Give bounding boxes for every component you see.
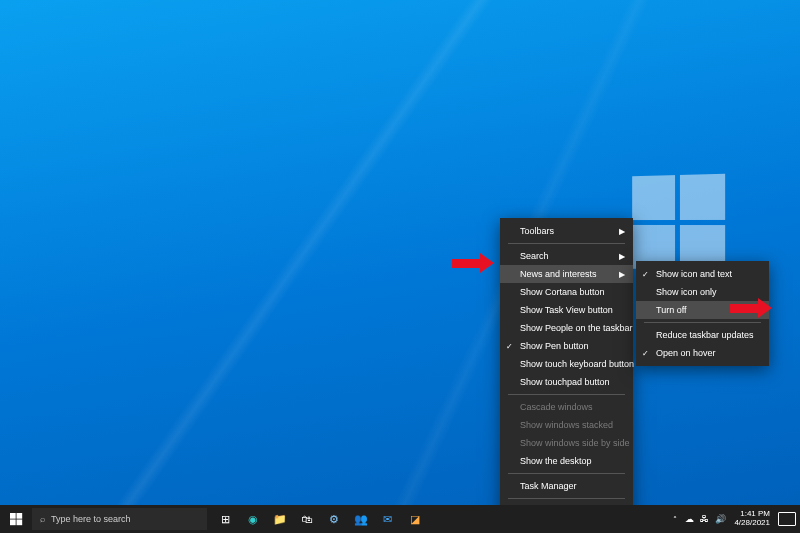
menu-taskview[interactable]: Show Task View button — [500, 301, 633, 319]
menu-label: Reduce taskbar updates — [656, 330, 754, 340]
svg-rect-1 — [16, 513, 22, 519]
submenu-icon-text[interactable]: ✓Show icon and text — [636, 265, 769, 283]
edge-icon: ◉ — [245, 512, 260, 527]
separator — [508, 498, 625, 499]
separator — [508, 243, 625, 244]
separator — [508, 394, 625, 395]
chevron-right-icon: ▶ — [619, 252, 625, 261]
menu-label: Cascade windows — [520, 402, 593, 412]
menu-label: Show icon and text — [656, 269, 732, 279]
annotation-arrow — [730, 298, 772, 318]
system-tray: ˄ ☁ 🖧 🔊 1:41 PM 4/28/2021 — [673, 505, 800, 533]
search-placeholder: Type here to search — [51, 514, 131, 524]
submenu-open-hover[interactable]: ✓Open on hover — [636, 344, 769, 362]
menu-stacked: Show windows stacked — [500, 416, 633, 434]
menu-label: Show Task View button — [520, 305, 613, 315]
pin-teams[interactable]: 👥 — [348, 505, 373, 533]
check-icon: ✓ — [506, 342, 513, 351]
menu-label: Show windows side by side — [520, 438, 630, 448]
menu-label: Open on hover — [656, 348, 716, 358]
task-view-icon: ⊞ — [218, 512, 233, 527]
taskbar-clock[interactable]: 1:41 PM 4/28/2021 — [734, 510, 770, 528]
menu-sidebyside: Show windows side by side — [500, 434, 633, 452]
taskbar: ⌕ Type here to search ⊞ ◉ 📁 🛍 ⚙ 👥 ✉ ◪ ˄ … — [0, 505, 800, 533]
pin-mail[interactable]: ✉ — [375, 505, 400, 533]
menu-news-interests[interactable]: News and interests▶ — [500, 265, 633, 283]
search-icon: ⌕ — [40, 514, 45, 524]
menu-label: Task Manager — [520, 481, 577, 491]
menu-label: Show the desktop — [520, 456, 592, 466]
check-icon: ✓ — [642, 349, 649, 358]
svg-rect-0 — [10, 513, 16, 519]
action-center-icon[interactable] — [778, 512, 796, 526]
menu-label: Toolbars — [520, 226, 554, 236]
menu-task-manager[interactable]: Task Manager — [500, 477, 633, 495]
volume-icon[interactable]: 🔊 — [715, 514, 726, 524]
windows-icon — [10, 513, 23, 526]
menu-label: Turn off — [656, 305, 687, 315]
menu-show-desktop[interactable]: Show the desktop — [500, 452, 633, 470]
pin-settings[interactable]: ⚙ — [321, 505, 346, 533]
taskbar-pins: ⊞ ◉ 📁 🛍 ⚙ 👥 ✉ ◪ — [213, 505, 427, 533]
tray-chevron-icon[interactable]: ˄ — [673, 515, 677, 524]
menu-touchpad[interactable]: Show touchpad button — [500, 373, 633, 391]
store-icon: 🛍 — [299, 512, 314, 527]
menu-people[interactable]: Show People on the taskbar — [500, 319, 633, 337]
mail-icon: ✉ — [380, 512, 395, 527]
clock-date: 4/28/2021 — [734, 519, 770, 528]
pin-task-view[interactable]: ⊞ — [213, 505, 238, 533]
taskbar-context-menu: Toolbars▶ Search▶ News and interests▶ Sh… — [500, 218, 633, 533]
network-icon[interactable]: 🖧 — [700, 514, 709, 524]
menu-label: News and interests — [520, 269, 597, 279]
annotation-arrow — [452, 253, 494, 273]
folder-icon: 📁 — [272, 512, 287, 527]
pin-explorer[interactable]: 📁 — [267, 505, 292, 533]
svg-rect-2 — [10, 519, 16, 525]
submenu-reduce-updates[interactable]: Reduce taskbar updates — [636, 326, 769, 344]
menu-label: Show touchpad button — [520, 377, 610, 387]
separator — [644, 322, 761, 323]
pin-app[interactable]: ◪ — [402, 505, 427, 533]
check-icon: ✓ — [642, 270, 649, 279]
menu-label: Show icon only — [656, 287, 717, 297]
teams-icon: 👥 — [353, 512, 368, 527]
menu-touch-keyboard[interactable]: Show touch keyboard button — [500, 355, 633, 373]
menu-label: Show touch keyboard button — [520, 359, 634, 369]
svg-rect-3 — [16, 519, 22, 525]
menu-label: Show windows stacked — [520, 420, 613, 430]
menu-search[interactable]: Search▶ — [500, 247, 633, 265]
search-box[interactable]: ⌕ Type here to search — [32, 508, 207, 530]
pin-store[interactable]: 🛍 — [294, 505, 319, 533]
menu-label: Search — [520, 251, 549, 261]
menu-toolbars[interactable]: Toolbars▶ — [500, 222, 633, 240]
gear-icon: ⚙ — [326, 512, 341, 527]
onedrive-icon[interactable]: ☁ — [685, 514, 694, 524]
menu-label: Show Cortana button — [520, 287, 605, 297]
menu-cascade: Cascade windows — [500, 398, 633, 416]
chevron-right-icon: ▶ — [619, 270, 625, 279]
separator — [508, 473, 625, 474]
menu-pen[interactable]: ✓Show Pen button — [500, 337, 633, 355]
menu-label: Show People on the taskbar — [520, 323, 633, 333]
app-icon: ◪ — [407, 512, 422, 527]
menu-cortana[interactable]: Show Cortana button — [500, 283, 633, 301]
pin-edge[interactable]: ◉ — [240, 505, 265, 533]
chevron-right-icon: ▶ — [619, 227, 625, 236]
menu-label: Show Pen button — [520, 341, 589, 351]
windows-logo — [632, 174, 725, 271]
start-button[interactable] — [0, 505, 32, 533]
